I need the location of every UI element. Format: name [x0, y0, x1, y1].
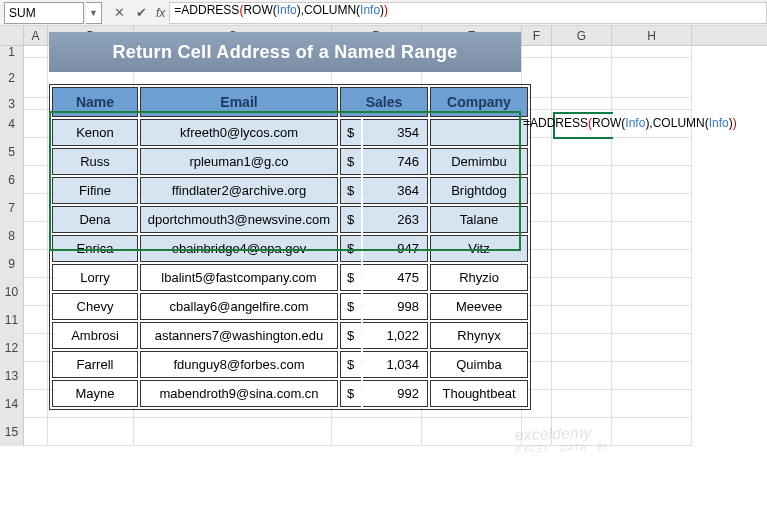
row-header[interactable]: 8 — [0, 222, 24, 250]
cell-company[interactable]: Talane — [430, 206, 528, 233]
select-all-corner[interactable] — [0, 26, 24, 45]
table-row[interactable]: Russrpleuman1@g.co$746Demimbu — [52, 148, 528, 175]
cell-sales[interactable]: 475 — [363, 264, 428, 291]
cell-company[interactable]: Rhynyx — [430, 322, 528, 349]
cell-currency[interactable]: $ — [340, 351, 361, 378]
cell-name[interactable]: Enrica — [52, 235, 138, 262]
cell-company[interactable] — [430, 119, 528, 146]
cell-sales[interactable]: 263 — [363, 206, 428, 233]
th-company: Company — [430, 87, 528, 117]
cell-name[interactable]: Lorry — [52, 264, 138, 291]
table-row[interactable]: Chevycballay6@angelfire.com$998Meevee — [52, 293, 528, 320]
cell-company[interactable]: Rhyzio — [430, 264, 528, 291]
accept-formula-button[interactable]: ✔ — [130, 2, 152, 24]
cell-name[interactable]: Kenon — [52, 119, 138, 146]
cell-currency[interactable]: $ — [340, 177, 361, 204]
cell-sales[interactable]: 1,034 — [363, 351, 428, 378]
cell-currency[interactable]: $ — [340, 264, 361, 291]
cell-name[interactable]: Russ — [52, 148, 138, 175]
cell-currency[interactable]: $ — [340, 293, 361, 320]
cell-sales[interactable]: 746 — [363, 148, 428, 175]
cell-email[interactable]: dportchmouth3@newsvine.com — [140, 206, 338, 233]
row-header[interactable]: 6 — [0, 166, 24, 194]
table-row[interactable]: Lorrylbalint5@fastcompany.com$475Rhyzio — [52, 264, 528, 291]
fx-icon[interactable]: fx — [156, 6, 165, 20]
th-sales: Sales — [340, 87, 428, 117]
table-row[interactable]: Fifineffindlater2@archive.org$364Brightd… — [52, 177, 528, 204]
cell-email[interactable]: fdunguy8@forbes.com — [140, 351, 338, 378]
cell-company[interactable]: Meevee — [430, 293, 528, 320]
table-row[interactable]: Kenonkfreeth0@lycos.com$354 — [52, 119, 528, 146]
inline-formula-overlay: =ADDRESS(ROW(Info),COLUMN(Info)) — [523, 116, 737, 130]
col-header-F[interactable]: F — [522, 26, 552, 45]
cell-name[interactable]: Mayne — [52, 380, 138, 407]
row-header[interactable]: 11 — [0, 306, 24, 334]
row-header[interactable]: 15 — [0, 418, 24, 446]
col-header-H[interactable]: H — [612, 26, 692, 45]
data-table: Name Email Sales Company Kenonkfreeth0@l… — [49, 84, 531, 410]
name-box-dropdown[interactable]: ▼ — [86, 2, 102, 24]
row-header[interactable]: 12 — [0, 334, 24, 362]
cell-company[interactable]: Demimbu — [430, 148, 528, 175]
row-header[interactable]: 3 — [0, 98, 24, 110]
cell-name[interactable]: Fifine — [52, 177, 138, 204]
cell-name[interactable]: Dena — [52, 206, 138, 233]
table-row[interactable]: Ambrosiastanners7@washington.edu$1,022Rh… — [52, 322, 528, 349]
cell-email[interactable]: ffindlater2@archive.org — [140, 177, 338, 204]
cell-currency[interactable]: $ — [340, 235, 361, 262]
cell-email[interactable]: lbalint5@fastcompany.com — [140, 264, 338, 291]
cell-company[interactable]: Brightdog — [430, 177, 528, 204]
cell-name[interactable]: Chevy — [52, 293, 138, 320]
row-header[interactable]: 7 — [0, 194, 24, 222]
table-row[interactable]: Enricaebainbridge4@epa.gov$947Vitz — [52, 235, 528, 262]
table-row[interactable]: Denadportchmouth3@newsvine.com$263Talane — [52, 206, 528, 233]
cell-sales[interactable]: 992 — [363, 380, 428, 407]
row-header[interactable]: 1 — [0, 46, 24, 58]
cell-email[interactable]: ebainbridge4@epa.gov — [140, 235, 338, 262]
cell-name[interactable]: Farrell — [52, 351, 138, 378]
cell-name[interactable]: Ambrosi — [52, 322, 138, 349]
cell-company[interactable]: Thoughtbeat — [430, 380, 528, 407]
cell-sales[interactable]: 354 — [363, 119, 428, 146]
cell-email[interactable]: kfreeth0@lycos.com — [140, 119, 338, 146]
cell-company[interactable]: Quimba — [430, 351, 528, 378]
cell-currency[interactable]: $ — [340, 206, 361, 233]
chevron-down-icon: ▼ — [89, 8, 98, 18]
cancel-formula-button[interactable]: ✕ — [108, 2, 130, 24]
col-header-A[interactable]: A — [24, 26, 48, 45]
th-email: Email — [140, 87, 338, 117]
cell-company[interactable]: Vitz — [430, 235, 528, 262]
cell-sales[interactable]: 364 — [363, 177, 428, 204]
row-header[interactable]: 4 — [0, 110, 24, 138]
formula-input[interactable]: =ADDRESS(ROW(Info),COLUMN(Info)) — [169, 2, 767, 24]
cell-email[interactable]: mabendroth9@sina.com.cn — [140, 380, 338, 407]
cell-sales[interactable]: 1,022 — [363, 322, 428, 349]
col-header-G[interactable]: G — [552, 26, 612, 45]
cell-email[interactable]: cballay6@angelfire.com — [140, 293, 338, 320]
cell-email[interactable]: rpleuman1@g.co — [140, 148, 338, 175]
table-row[interactable]: Farrellfdunguy8@forbes.com$1,034Quimba — [52, 351, 528, 378]
cell-currency[interactable]: $ — [340, 380, 361, 407]
row-header[interactable]: 5 — [0, 138, 24, 166]
name-box[interactable]: SUM — [4, 2, 84, 24]
row-header[interactable]: 2 — [0, 58, 24, 98]
table-row[interactable]: Maynemabendroth9@sina.com.cn$992Thoughtb… — [52, 380, 528, 407]
cell-currency[interactable]: $ — [340, 119, 361, 146]
row-header[interactable]: 9 — [0, 250, 24, 278]
formula-bar: SUM ▼ ✕ ✔ fx =ADDRESS(ROW(Info),COLUMN(I… — [0, 0, 767, 26]
row-header[interactable]: 10 — [0, 278, 24, 306]
row-header[interactable]: 13 — [0, 362, 24, 390]
cell-sales[interactable]: 998 — [363, 293, 428, 320]
sheet-title: Return Cell Address of a Named Range — [49, 32, 521, 72]
cell-email[interactable]: astanners7@washington.edu — [140, 322, 338, 349]
th-name: Name — [52, 87, 138, 117]
cell-sales[interactable]: 947 — [363, 235, 428, 262]
row-header[interactable]: 14 — [0, 390, 24, 418]
cell-currency[interactable]: $ — [340, 322, 361, 349]
cell-currency[interactable]: $ — [340, 148, 361, 175]
